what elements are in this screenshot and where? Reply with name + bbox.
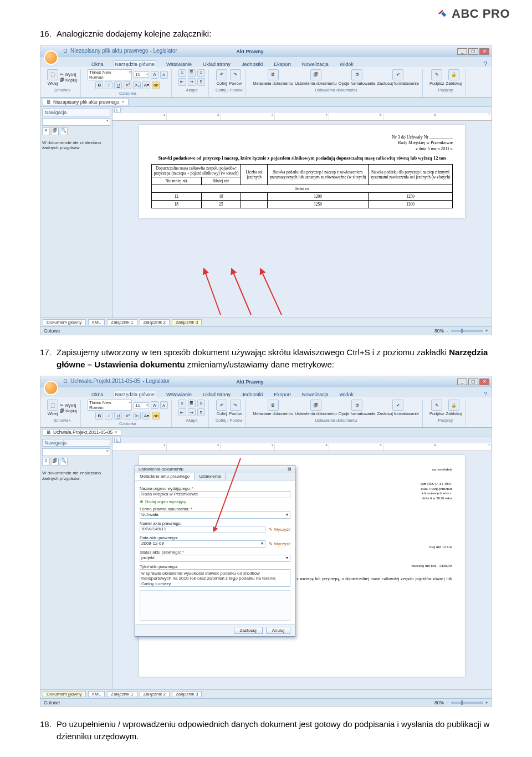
sign-icon[interactable]: ✎ bbox=[431, 400, 442, 411]
sign-icon[interactable]: ✎ bbox=[431, 69, 442, 80]
sub-icon[interactable]: X₂ bbox=[133, 81, 141, 89]
minimize-button[interactable]: _ bbox=[457, 48, 467, 55]
lock-icon[interactable]: 🔒 bbox=[448, 69, 459, 80]
highlight-icon[interactable]: ab bbox=[152, 81, 160, 89]
underline-icon[interactable]: U bbox=[114, 412, 122, 420]
metadata-icon[interactable]: 🗎 bbox=[268, 400, 279, 411]
maximize-button[interactable]: ▢ bbox=[468, 378, 478, 385]
tab-nowelizacja[interactable]: Nowelizacja bbox=[301, 61, 330, 67]
cut-button[interactable]: ✂ Wytnij bbox=[60, 72, 77, 77]
zoom-level[interactable]: 80% bbox=[434, 328, 444, 334]
bold-icon[interactable]: B bbox=[95, 412, 103, 420]
help-icon[interactable]: ? bbox=[484, 60, 492, 67]
paste-icon[interactable]: 📋 bbox=[47, 69, 58, 80]
super-icon[interactable]: X² bbox=[124, 412, 131, 420]
cancel-button[interactable]: Anuluj bbox=[266, 627, 290, 634]
tab-widok[interactable]: Widok bbox=[339, 391, 355, 397]
tab-ustawienia[interactable]: Ustawienia bbox=[195, 473, 226, 480]
add-organ-link[interactable]: ⊕ Dodaj organ wydający bbox=[140, 499, 290, 504]
zoom-slider[interactable] bbox=[451, 330, 483, 332]
align-left-icon[interactable]: ≡ bbox=[178, 69, 186, 77]
paragraph-icon[interactable]: ¶ bbox=[197, 78, 205, 86]
copy-button[interactable]: 🗐 Kopiuj bbox=[60, 78, 77, 83]
numer-input[interactable]: XXVI/149/11 bbox=[140, 526, 265, 533]
close-button[interactable]: ✕ bbox=[479, 378, 489, 385]
super-icon[interactable]: X² bbox=[124, 81, 131, 89]
grow-font-icon[interactable]: A bbox=[151, 401, 158, 409]
tab-uklad-strony[interactable]: Układ strony bbox=[202, 391, 232, 397]
nav-tab-icon[interactable]: ≡ bbox=[42, 127, 50, 135]
maximize-button[interactable]: ▢ bbox=[468, 48, 478, 55]
bold-icon[interactable]: B bbox=[95, 81, 103, 89]
underline-icon[interactable]: U bbox=[114, 81, 122, 89]
nav-tab-icon[interactable]: 🔍 bbox=[60, 127, 68, 135]
metadata-icon[interactable]: 🗎 bbox=[268, 69, 279, 80]
paste-icon[interactable]: 📋 bbox=[47, 400, 58, 411]
clear-numer-link[interactable]: ✎ Wyczyść bbox=[269, 527, 290, 532]
copy-button[interactable]: 🗐 Kopiuj bbox=[60, 408, 77, 413]
shrink-font-icon[interactable]: ᴀ bbox=[160, 71, 168, 79]
tab-attach-1[interactable]: Załącznik 1 bbox=[107, 691, 137, 697]
zoom-slider[interactable] bbox=[451, 702, 483, 704]
tab-attach-3[interactable]: Załącznik 3 bbox=[172, 319, 202, 325]
font-name-combo[interactable]: Times New Roman bbox=[88, 400, 132, 411]
undo-icon[interactable]: ↶ bbox=[216, 400, 227, 411]
format-options-icon[interactable]: ⚙ bbox=[351, 69, 362, 80]
nav-tab-icon[interactable]: 🗐 bbox=[51, 127, 59, 135]
indent-inc-icon[interactable]: ⇥ bbox=[188, 78, 196, 86]
zoom-out-button[interactable]: − bbox=[446, 328, 449, 334]
indent-dec-icon[interactable]: ⇤ bbox=[178, 78, 186, 86]
office-orb[interactable] bbox=[44, 50, 58, 65]
italic-icon[interactable]: I bbox=[105, 412, 112, 420]
tab-metadata[interactable]: Metadane aktu prawnego bbox=[135, 473, 195, 480]
tab-xml[interactable]: XML bbox=[88, 691, 105, 697]
cut-button[interactable]: ✂ Wytnij bbox=[60, 403, 77, 408]
font-color-icon[interactable]: A▾ bbox=[142, 81, 150, 89]
search-input[interactable] bbox=[42, 118, 110, 126]
redo-icon[interactable]: ↷ bbox=[230, 400, 241, 411]
minimize-button[interactable]: _ bbox=[457, 378, 467, 385]
search-input[interactable] bbox=[42, 448, 110, 456]
tab-nowelizacja[interactable]: Nowelizacja bbox=[301, 391, 330, 397]
tab-narzedzia-glowne[interactable]: Narzędzia główne bbox=[114, 60, 157, 67]
apply-format-icon[interactable]: ✔ bbox=[392, 400, 403, 411]
tab-wstawianie[interactable]: Wstawianie bbox=[165, 391, 193, 397]
tab-xml[interactable]: XML bbox=[88, 319, 105, 325]
status-combo[interactable]: projekt▾ bbox=[140, 555, 290, 562]
tab-attach-2[interactable]: Załącznik 2 bbox=[140, 319, 170, 325]
tab-okna[interactable]: Okna bbox=[90, 391, 105, 397]
tab-wstawianie[interactable]: Wstawianie bbox=[165, 61, 193, 67]
dialog-close-icon[interactable]: ⊠ bbox=[288, 467, 291, 472]
tab-eksport[interactable]: Eksport bbox=[273, 391, 292, 397]
clear-data-link[interactable]: ✎ Wyczyść bbox=[269, 541, 290, 546]
close-icon[interactable]: ✕ bbox=[114, 430, 117, 434]
grow-font-icon[interactable]: A bbox=[151, 71, 158, 79]
apply-format-icon[interactable]: ✔ bbox=[392, 69, 403, 80]
font-name-combo[interactable]: Times New Roman bbox=[88, 69, 132, 80]
tab-jednostki[interactable]: Jednostki bbox=[241, 61, 264, 67]
font-color-icon[interactable]: A▾ bbox=[142, 412, 150, 420]
tab-attach-3[interactable]: Załącznik 3 bbox=[172, 691, 202, 697]
doc-settings-icon[interactable]: 🗐 bbox=[310, 69, 321, 80]
forma-combo[interactable]: Uchwała▾ bbox=[140, 512, 290, 519]
document-tab[interactable]: 🗎Niezapisany plik aktu prawnego✕ bbox=[43, 99, 129, 105]
font-size-combo[interactable]: 11 bbox=[134, 71, 149, 78]
zoom-level[interactable]: 80% bbox=[434, 700, 444, 705]
document-tab[interactable]: 🗎Uchwała.Projekt.2011-05-05✕ bbox=[43, 429, 121, 436]
redo-icon[interactable]: ↷ bbox=[230, 69, 241, 80]
close-icon[interactable]: ✕ bbox=[121, 100, 125, 104]
tab-eksport[interactable]: Eksport bbox=[273, 61, 292, 67]
tab-jednostki[interactable]: Jednostki bbox=[241, 391, 264, 397]
data-input[interactable]: 2009-12-09▾ bbox=[140, 540, 265, 548]
font-size-combo[interactable]: 11 bbox=[134, 402, 149, 408]
shrink-font-icon[interactable]: ᴀ bbox=[160, 401, 168, 409]
doc-settings-icon[interactable]: 🗐 bbox=[310, 400, 321, 411]
help-icon[interactable]: ? bbox=[484, 391, 492, 397]
align-center-icon[interactable]: ≣ bbox=[188, 69, 196, 77]
tab-doc-main[interactable]: Dokument główny bbox=[43, 319, 86, 325]
tab-attach-2[interactable]: Załącznik 2 bbox=[140, 691, 170, 697]
tab-uklad-strony[interactable]: Układ strony bbox=[202, 61, 232, 67]
tytul-input[interactable]: w sprawie określenia wysokości stawek po… bbox=[140, 569, 290, 587]
tab-narzedzia-glowne[interactable]: Narzędzia główne bbox=[114, 391, 157, 397]
highlight-icon[interactable]: ab bbox=[152, 412, 160, 420]
